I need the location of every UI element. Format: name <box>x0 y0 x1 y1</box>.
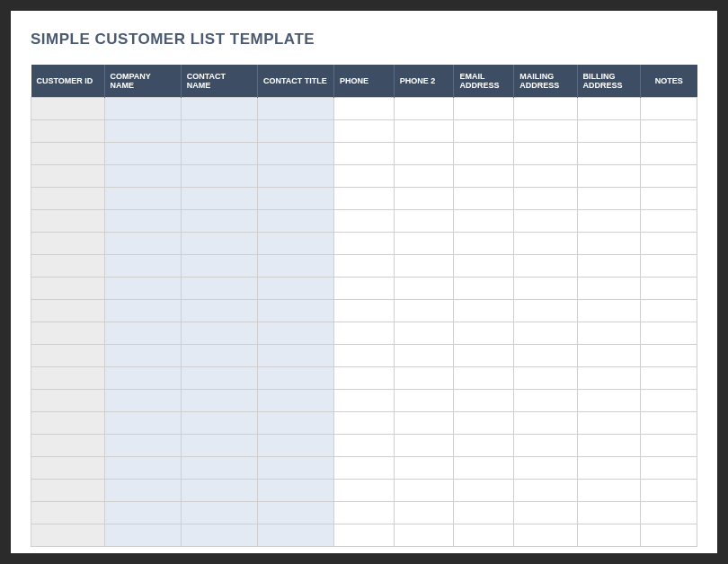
table-cell[interactable] <box>514 278 577 300</box>
table-cell[interactable] <box>181 480 257 502</box>
table-cell[interactable] <box>394 98 454 120</box>
table-cell[interactable] <box>454 143 514 165</box>
table-cell[interactable] <box>394 322 454 345</box>
table-cell[interactable] <box>257 165 333 188</box>
table-cell[interactable] <box>181 457 257 480</box>
table-cell[interactable] <box>181 98 257 120</box>
table-cell[interactable] <box>514 233 577 255</box>
table-cell[interactable] <box>257 322 333 345</box>
table-cell[interactable] <box>454 120 514 143</box>
table-cell[interactable] <box>334 322 395 345</box>
table-cell[interactable] <box>577 233 640 255</box>
table-cell[interactable] <box>181 345 257 367</box>
table-cell[interactable] <box>514 322 577 345</box>
table-cell[interactable] <box>514 165 577 188</box>
table-cell[interactable] <box>334 233 395 255</box>
table-cell[interactable] <box>257 300 333 322</box>
table-cell[interactable] <box>454 188 514 210</box>
table-cell[interactable] <box>334 390 395 412</box>
table-cell[interactable] <box>334 435 395 457</box>
table-cell[interactable] <box>181 412 257 435</box>
table-cell[interactable] <box>181 233 257 255</box>
table-cell[interactable] <box>454 345 514 367</box>
table-cell[interactable] <box>514 457 577 480</box>
table-cell[interactable] <box>334 255 395 278</box>
table-cell[interactable] <box>577 255 640 278</box>
table-cell[interactable] <box>31 98 105 120</box>
table-cell[interactable] <box>181 210 257 233</box>
table-cell[interactable] <box>514 255 577 278</box>
table-cell[interactable] <box>577 98 640 120</box>
table-cell[interactable] <box>104 143 181 165</box>
table-cell[interactable] <box>640 322 697 345</box>
table-cell[interactable] <box>31 390 105 412</box>
table-cell[interactable] <box>454 233 514 255</box>
table-cell[interactable] <box>577 300 640 322</box>
table-cell[interactable] <box>31 502 105 524</box>
table-cell[interactable] <box>514 300 577 322</box>
table-cell[interactable] <box>334 412 395 435</box>
table-cell[interactable] <box>514 502 577 524</box>
table-cell[interactable] <box>640 210 697 233</box>
table-cell[interactable] <box>31 233 105 255</box>
table-cell[interactable] <box>640 457 697 480</box>
table-cell[interactable] <box>257 278 333 300</box>
table-cell[interactable] <box>31 255 105 278</box>
table-cell[interactable] <box>514 98 577 120</box>
table-cell[interactable] <box>31 165 105 188</box>
table-cell[interactable] <box>334 502 395 524</box>
table-cell[interactable] <box>181 367 257 390</box>
table-cell[interactable] <box>640 143 697 165</box>
table-cell[interactable] <box>394 120 454 143</box>
table-cell[interactable] <box>577 480 640 502</box>
table-cell[interactable] <box>257 457 333 480</box>
table-cell[interactable] <box>104 435 181 457</box>
table-cell[interactable] <box>104 345 181 367</box>
table-cell[interactable] <box>31 367 105 390</box>
table-cell[interactable] <box>104 524 181 547</box>
table-cell[interactable] <box>334 120 395 143</box>
table-cell[interactable] <box>577 457 640 480</box>
table-cell[interactable] <box>394 524 454 547</box>
table-cell[interactable] <box>454 390 514 412</box>
table-cell[interactable] <box>394 345 454 367</box>
table-cell[interactable] <box>454 210 514 233</box>
table-cell[interactable] <box>394 143 454 165</box>
table-cell[interactable] <box>454 435 514 457</box>
table-cell[interactable] <box>104 412 181 435</box>
table-cell[interactable] <box>181 188 257 210</box>
table-cell[interactable] <box>104 390 181 412</box>
table-cell[interactable] <box>454 412 514 435</box>
table-cell[interactable] <box>514 210 577 233</box>
table-cell[interactable] <box>454 98 514 120</box>
table-cell[interactable] <box>640 524 697 547</box>
table-cell[interactable] <box>454 278 514 300</box>
table-cell[interactable] <box>454 367 514 390</box>
table-cell[interactable] <box>257 412 333 435</box>
table-cell[interactable] <box>257 345 333 367</box>
table-cell[interactable] <box>104 300 181 322</box>
table-cell[interactable] <box>514 390 577 412</box>
table-cell[interactable] <box>181 502 257 524</box>
table-cell[interactable] <box>31 480 105 502</box>
table-cell[interactable] <box>104 165 181 188</box>
table-cell[interactable] <box>394 502 454 524</box>
table-cell[interactable] <box>257 188 333 210</box>
table-cell[interactable] <box>577 412 640 435</box>
table-cell[interactable] <box>31 435 105 457</box>
table-cell[interactable] <box>31 188 105 210</box>
table-cell[interactable] <box>257 367 333 390</box>
table-cell[interactable] <box>31 412 105 435</box>
table-cell[interactable] <box>640 412 697 435</box>
table-cell[interactable] <box>577 322 640 345</box>
table-cell[interactable] <box>257 210 333 233</box>
table-cell[interactable] <box>514 188 577 210</box>
table-cell[interactable] <box>257 143 333 165</box>
table-cell[interactable] <box>181 255 257 278</box>
table-cell[interactable] <box>640 233 697 255</box>
table-cell[interactable] <box>257 524 333 547</box>
table-cell[interactable] <box>257 255 333 278</box>
table-cell[interactable] <box>334 278 395 300</box>
table-cell[interactable] <box>514 435 577 457</box>
table-cell[interactable] <box>104 502 181 524</box>
